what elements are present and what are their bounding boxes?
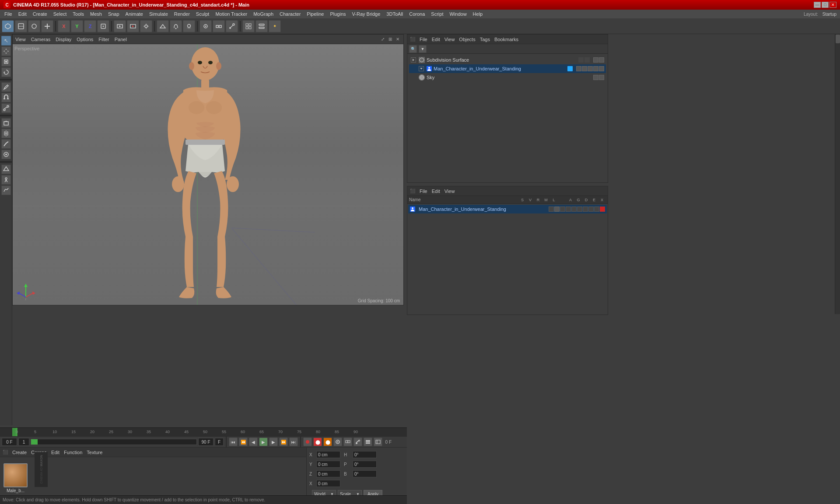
menu-script[interactable]: Script bbox=[428, 11, 446, 17]
obj-menu-bookmarks[interactable]: Bookmarks bbox=[494, 37, 518, 42]
material-thumbnail[interactable] bbox=[4, 463, 28, 487]
menu-window[interactable]: Window bbox=[447, 11, 469, 17]
timeline[interactable]: 0 5 10 15 20 25 30 35 40 45 50 55 60 65 … bbox=[0, 427, 407, 436]
sky-check-1[interactable] bbox=[593, 75, 598, 80]
tool-move-y[interactable]: Y bbox=[71, 20, 83, 32]
check-2[interactable] bbox=[599, 57, 604, 63]
motion-path-btn2[interactable] bbox=[354, 438, 362, 446]
jump-to-start-btn[interactable]: ⏮ bbox=[229, 438, 238, 446]
auto-key-btn[interactable] bbox=[333, 438, 342, 446]
prev-frame-btn[interactable]: ◀ bbox=[249, 438, 258, 446]
attr-dot-1[interactable] bbox=[549, 206, 554, 212]
tool-field[interactable] bbox=[1, 150, 11, 159]
attr-dot-9[interactable] bbox=[594, 206, 599, 212]
char-check-3[interactable] bbox=[588, 66, 593, 71]
key-sel-btn[interactable]: ⬤ bbox=[323, 438, 332, 446]
char-check-4[interactable] bbox=[593, 66, 598, 71]
menu-vray-bridge[interactable]: V-Ray Bridge bbox=[350, 11, 383, 17]
viewport-layout-icon[interactable]: ⊞ bbox=[387, 36, 393, 42]
frame-step-input[interactable] bbox=[18, 438, 29, 446]
render-region-btn[interactable] bbox=[114, 20, 126, 32]
tool-spline[interactable] bbox=[1, 103, 11, 113]
tool-move[interactable] bbox=[1, 46, 11, 56]
tool-sculpt2[interactable] bbox=[1, 186, 11, 195]
menu-simulate[interactable]: Simulate bbox=[147, 11, 171, 17]
object-item-character[interactable]: Man_Character_in_Underwear_Standing bbox=[409, 64, 606, 73]
coord-y-pos[interactable] bbox=[316, 461, 340, 468]
menu-create[interactable]: Create bbox=[30, 11, 50, 17]
mode-texture-btn[interactable] bbox=[15, 20, 27, 32]
material-tab-function[interactable]: Function bbox=[64, 450, 82, 455]
expand-arrow[interactable] bbox=[411, 57, 416, 63]
viewport-fullscreen-icon[interactable]: ⤢ bbox=[380, 36, 386, 42]
menu-snap[interactable]: Snap bbox=[105, 11, 122, 17]
coord-h-val[interactable] bbox=[353, 451, 377, 458]
right-panel-scrollbar[interactable] bbox=[835, 34, 840, 314]
view-light-btn[interactable] bbox=[183, 20, 195, 32]
attr-dot-8[interactable] bbox=[588, 206, 594, 212]
menu-render[interactable]: Render bbox=[172, 11, 192, 17]
attr-delete-btn[interactable] bbox=[600, 206, 605, 212]
attr-item-character[interactable]: Man_Character_in_Underwear_Standing bbox=[408, 205, 607, 214]
render-view-btn[interactable] bbox=[127, 20, 139, 32]
attr-dot-2[interactable] bbox=[554, 206, 560, 212]
view-paint-btn[interactable] bbox=[170, 20, 182, 32]
object-item-sky[interactable]: Sky bbox=[409, 73, 606, 82]
char-check-1[interactable] bbox=[576, 66, 581, 71]
next-key-btn[interactable]: ⏩ bbox=[279, 438, 288, 446]
motion-path-btn[interactable] bbox=[226, 20, 238, 32]
viewport-menu-panel[interactable]: Panel bbox=[115, 37, 127, 42]
current-frame-input[interactable] bbox=[2, 438, 17, 446]
viewport-area[interactable]: View Cameras Display Options Filter Pane… bbox=[12, 34, 404, 305]
snap-settings-btn[interactable] bbox=[213, 20, 225, 32]
menu-file[interactable]: File bbox=[2, 11, 15, 17]
coord-p-val[interactable] bbox=[353, 461, 377, 468]
menu-corona[interactable]: Corona bbox=[406, 11, 427, 17]
material-item[interactable]: Male_b... bbox=[4, 463, 28, 493]
key-settings-btn[interactable] bbox=[343, 438, 352, 446]
grid-btn[interactable] bbox=[242, 20, 255, 32]
tool-layer[interactable] bbox=[1, 129, 11, 138]
record-btn[interactable] bbox=[303, 438, 312, 446]
attr-dot-7[interactable] bbox=[583, 206, 588, 212]
timeline-ruler[interactable]: 0 5 10 15 20 25 30 35 40 45 50 55 60 65 … bbox=[0, 428, 407, 436]
tool-scene[interactable] bbox=[1, 118, 11, 128]
coord-z-pos[interactable] bbox=[316, 470, 340, 477]
char-check-5[interactable] bbox=[599, 66, 604, 71]
dope-sheet-btn[interactable] bbox=[374, 438, 382, 446]
tool-rotate[interactable] bbox=[1, 67, 11, 77]
coord-b-val[interactable] bbox=[353, 470, 377, 477]
next-frame-btn[interactable]: ▶ bbox=[269, 438, 278, 446]
character-tag-btn[interactable] bbox=[567, 66, 573, 71]
menu-character[interactable]: Character bbox=[277, 11, 303, 17]
attr-menu-file[interactable]: File bbox=[420, 189, 427, 194]
obj-menu-view[interactable]: View bbox=[444, 37, 455, 42]
add-obj-btn[interactable] bbox=[41, 20, 53, 32]
config-btn[interactable] bbox=[256, 20, 268, 32]
viewport-menu-filter[interactable]: Filter bbox=[98, 37, 109, 42]
jump-to-end-btn[interactable]: ⏭ bbox=[289, 438, 298, 446]
subdivision-lock-btn[interactable] bbox=[584, 57, 590, 63]
attr-menu-edit[interactable]: Edit bbox=[432, 189, 440, 194]
menu-motion-tracker[interactable]: Motion Tracker bbox=[213, 11, 250, 17]
timeline-view-btn[interactable] bbox=[364, 438, 372, 446]
char-expand-arrow[interactable] bbox=[419, 66, 424, 71]
menu-select[interactable]: Select bbox=[51, 11, 70, 17]
check-1[interactable] bbox=[593, 57, 598, 63]
key-all-btn[interactable]: ⬤ bbox=[313, 438, 322, 446]
render-settings-btn[interactable] bbox=[140, 20, 152, 32]
sky-check-2[interactable] bbox=[599, 75, 604, 80]
snap-btn[interactable] bbox=[200, 20, 212, 32]
viewport-close-icon[interactable]: ✕ bbox=[395, 36, 401, 42]
mode-model-btn[interactable] bbox=[2, 20, 14, 32]
view-perspective-btn[interactable] bbox=[157, 20, 169, 32]
timeline-scrubber[interactable] bbox=[31, 439, 197, 445]
attr-dot-3[interactable] bbox=[560, 206, 565, 212]
menu-edit[interactable]: Edit bbox=[16, 11, 29, 17]
coord-x-pos[interactable] bbox=[316, 451, 340, 458]
tool-pen[interactable] bbox=[1, 82, 11, 92]
minimize-button[interactable]: — bbox=[814, 2, 821, 8]
close-button[interactable]: ✕ bbox=[830, 2, 836, 8]
tool-move-z[interactable]: Z bbox=[84, 20, 96, 32]
viewport-menu-view[interactable]: View bbox=[15, 37, 26, 42]
